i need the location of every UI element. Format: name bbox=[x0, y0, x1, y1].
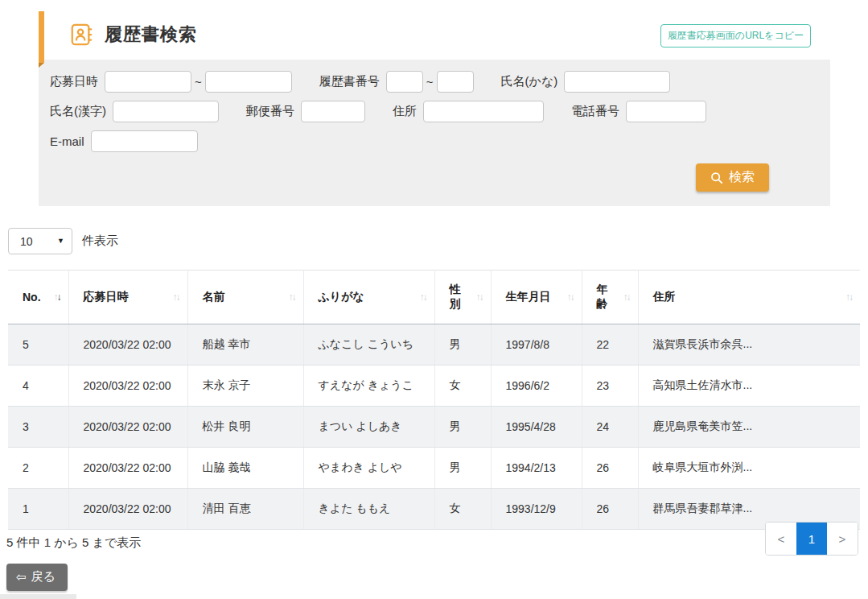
results-table-wrap: No.↑↓応募日時↑↓名前↑↓ふりがな↑↓性別↑↓生年月日↑↓年齢↑↓住所↑↓ … bbox=[8, 270, 860, 530]
postal-input[interactable] bbox=[301, 101, 365, 122]
table-cell: 3 bbox=[8, 407, 68, 448]
pagination-page-1-button[interactable]: 1 bbox=[796, 523, 827, 555]
select-caret-icon: ▼ bbox=[57, 237, 64, 245]
email-input[interactable] bbox=[91, 130, 198, 152]
column-header-label: 性別 bbox=[450, 283, 471, 312]
table-cell: 松井 良明 bbox=[187, 407, 303, 448]
column-header-label: 生年月日 bbox=[506, 290, 551, 304]
table-row[interactable]: 12020/03/22 02:00清田 百恵きよた ももえ女1993/12/92… bbox=[8, 489, 860, 530]
copy-url-button[interactable]: 履歴書応募画面のURLをコピー bbox=[660, 24, 811, 48]
table-cell: 船越 幸市 bbox=[187, 324, 303, 366]
table-cell: 2020/03/22 02:00 bbox=[68, 324, 187, 366]
table-cell: 4 bbox=[8, 366, 68, 407]
table-cell: 1993/12/9 bbox=[491, 489, 582, 530]
table-cell: 26 bbox=[582, 448, 638, 489]
table-cell: やまわき よしや bbox=[303, 448, 434, 489]
page-length-select[interactable]: 10 ▼ bbox=[8, 228, 72, 254]
table-row[interactable]: 22020/03/22 02:00山脇 義哉やまわき よしや男1994/2/13… bbox=[8, 448, 860, 489]
table-cell: 男 bbox=[434, 324, 491, 366]
column-header-1[interactable]: 応募日時↑↓ bbox=[68, 271, 187, 324]
resume-no-range-tilde: ~ bbox=[426, 75, 434, 89]
applied-from-input[interactable] bbox=[105, 71, 191, 93]
column-header-2[interactable]: 名前↑↓ bbox=[187, 271, 303, 324]
search-button-label: 検索 bbox=[729, 169, 755, 186]
form-row-1: 応募日時 ~ 履歴書番号 ~ 氏名(かな) bbox=[50, 71, 819, 93]
table-cell: 1994/2/13 bbox=[491, 448, 582, 489]
table-cell: 1 bbox=[8, 489, 68, 530]
address-input[interactable] bbox=[423, 101, 544, 122]
column-header-3[interactable]: ふりがな↑↓ bbox=[303, 271, 434, 324]
table-cell: 24 bbox=[582, 407, 638, 448]
table-cell: 岐阜県大垣市外渕... bbox=[638, 448, 860, 489]
sort-icon: ↑↓ bbox=[420, 291, 426, 303]
form-row-2: 氏名(漢字) 郵便番号 住所 電話番号 bbox=[50, 101, 819, 122]
column-header-5[interactable]: 生年月日↑↓ bbox=[491, 271, 582, 324]
column-header-0[interactable]: No.↑↓ bbox=[8, 271, 68, 324]
page-length-control: 10 ▼ 件表示 bbox=[8, 228, 118, 254]
magnifier-icon bbox=[710, 171, 723, 184]
sort-icon: ↑↓ bbox=[173, 291, 179, 303]
page-title: 履歴書検索 bbox=[105, 23, 197, 47]
card-header: 履歴書検索 履歴書応募画面のURLをコピー bbox=[39, 10, 830, 60]
column-header-6[interactable]: 年齢↑↓ bbox=[582, 271, 638, 324]
column-header-label: 名前 bbox=[203, 290, 225, 304]
table-cell: 2020/03/22 02:00 bbox=[68, 489, 187, 530]
page-length-suffix: 件表示 bbox=[82, 233, 118, 249]
resume-no-from-input[interactable] bbox=[386, 71, 423, 93]
accent-bar bbox=[39, 11, 44, 63]
sort-icon: ↑↓ bbox=[567, 291, 574, 303]
address-label: 住所 bbox=[393, 104, 417, 119]
table-body: 52020/03/22 02:00船越 幸市ふなこし こういち男1997/8/8… bbox=[8, 324, 860, 530]
table-cell: 女 bbox=[434, 366, 491, 407]
pagination: < 1 > bbox=[765, 522, 858, 556]
back-button[interactable]: ⇦ 戻る bbox=[6, 564, 68, 591]
table-cell: 2 bbox=[8, 448, 68, 489]
table-cell: 男 bbox=[434, 448, 491, 489]
search-button[interactable]: 検索 bbox=[696, 163, 769, 192]
table-cell: 鹿児島県奄美市笠... bbox=[638, 407, 860, 448]
table-cell: 2020/03/22 02:00 bbox=[68, 366, 187, 407]
resume-no-to-input[interactable] bbox=[437, 71, 474, 93]
table-row[interactable]: 52020/03/22 02:00船越 幸市ふなこし こういち男1997/8/8… bbox=[8, 324, 860, 366]
address-book-icon bbox=[69, 23, 93, 47]
back-arrow-icon: ⇦ bbox=[16, 571, 27, 583]
table-cell: 男 bbox=[434, 407, 491, 448]
table-cell: 23 bbox=[582, 366, 638, 407]
back-button-label: 戻る bbox=[31, 569, 56, 585]
table-cell: まつい よしあき bbox=[303, 407, 434, 448]
pagination-prev-button[interactable]: < bbox=[766, 523, 796, 555]
table-row[interactable]: 42020/03/22 02:00末永 京子すえなが きょうこ女1996/6/2… bbox=[8, 366, 860, 407]
table-cell: 1996/6/2 bbox=[491, 366, 582, 407]
sort-icon: ↑↓ bbox=[476, 291, 483, 303]
table-cell: 26 bbox=[582, 489, 638, 530]
email-label: E-mail bbox=[50, 134, 84, 148]
column-header-label: 住所 bbox=[653, 290, 676, 304]
page-length-value: 10 bbox=[9, 235, 33, 248]
postal-label: 郵便番号 bbox=[246, 104, 294, 119]
resume-search-card: 履歴書検索 履歴書応募画面のURLをコピー 応募日時 ~ 履歴書番号 ~ 氏名(… bbox=[39, 10, 830, 206]
column-header-label: 年齢 bbox=[597, 283, 619, 312]
applied-at-label: 応募日時 bbox=[50, 74, 98, 89]
column-header-label: No. bbox=[23, 291, 41, 304]
table-cell: 1997/8/8 bbox=[491, 324, 582, 366]
pagination-next-button[interactable]: > bbox=[827, 523, 858, 555]
sort-icon: ↑↓ bbox=[289, 291, 295, 303]
form-row-3: E-mail bbox=[50, 130, 819, 152]
name-kana-input[interactable] bbox=[564, 71, 670, 93]
column-header-label: 応募日時 bbox=[84, 290, 129, 304]
results-table: No.↑↓応募日時↑↓名前↑↓ふりがな↑↓性別↑↓生年月日↑↓年齢↑↓住所↑↓ … bbox=[8, 270, 860, 530]
table-cell: 高知県土佐清水市... bbox=[638, 366, 860, 407]
table-cell: 5 bbox=[8, 324, 68, 366]
sort-icon: ↑↓ bbox=[54, 291, 60, 303]
phone-input[interactable] bbox=[626, 101, 706, 122]
table-cell: きよた ももえ bbox=[303, 489, 434, 530]
table-cell: 2020/03/22 02:00 bbox=[68, 407, 187, 448]
table-header-row: No.↑↓応募日時↑↓名前↑↓ふりがな↑↓性別↑↓生年月日↑↓年齢↑↓住所↑↓ bbox=[8, 271, 860, 324]
column-header-7[interactable]: 住所↑↓ bbox=[638, 271, 860, 324]
name-kanji-label: 氏名(漢字) bbox=[50, 104, 106, 119]
applied-to-input[interactable] bbox=[205, 71, 292, 93]
table-row[interactable]: 32020/03/22 02:00松井 良明まつい よしあき男1995/4/28… bbox=[8, 407, 860, 448]
column-header-4[interactable]: 性別↑↓ bbox=[434, 271, 491, 324]
sort-icon: ↑↓ bbox=[623, 291, 630, 303]
name-kanji-input[interactable] bbox=[113, 101, 219, 122]
